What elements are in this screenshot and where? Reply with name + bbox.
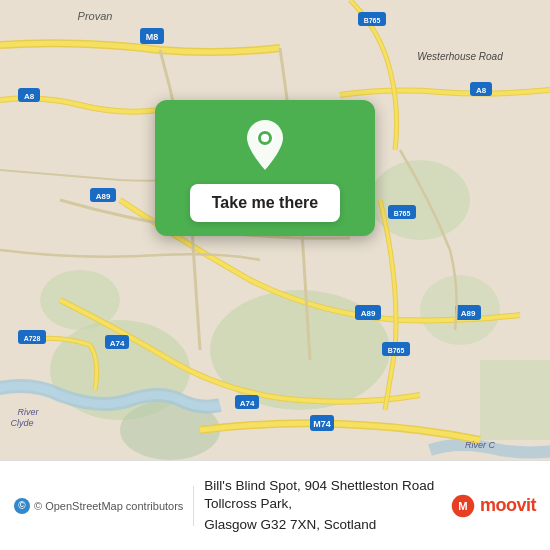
svg-text:B765: B765 xyxy=(388,347,405,354)
osm-icon: © xyxy=(14,498,30,514)
svg-text:A8: A8 xyxy=(476,86,487,95)
map-area: M8 M74 A8 A8 A89 A89 xyxy=(0,0,550,460)
svg-text:M: M xyxy=(458,500,467,512)
svg-text:A728: A728 xyxy=(24,335,41,342)
svg-text:A74: A74 xyxy=(110,339,125,348)
svg-text:Westerhouse Road: Westerhouse Road xyxy=(417,51,503,62)
svg-text:A89: A89 xyxy=(96,192,111,201)
svg-text:M8: M8 xyxy=(146,32,159,42)
moovit-logo: M moovit xyxy=(450,493,536,519)
address-block: Bill's Blind Spot, 904 Shettleston Road … xyxy=(204,477,440,534)
svg-text:B765: B765 xyxy=(394,210,411,217)
svg-text:River: River xyxy=(17,407,39,417)
moovit-text: moovit xyxy=(480,495,536,516)
app-container: M8 M74 A8 A8 A89 A89 xyxy=(0,0,550,550)
svg-text:A89: A89 xyxy=(461,309,476,318)
location-pin-icon xyxy=(243,118,287,172)
svg-text:River C: River C xyxy=(465,440,496,450)
osm-text: © OpenStreetMap contributors xyxy=(34,500,183,512)
svg-text:B765: B765 xyxy=(364,17,381,24)
info-bar: © © OpenStreetMap contributors Bill's Bl… xyxy=(0,460,550,550)
svg-text:M74: M74 xyxy=(313,419,331,429)
svg-point-41 xyxy=(261,134,269,142)
address-line2: Glasgow G32 7XN, Scotland xyxy=(204,516,440,534)
address-line1: Bill's Blind Spot, 904 Shettleston Road … xyxy=(204,477,440,513)
svg-text:A74: A74 xyxy=(240,399,255,408)
moovit-brand-icon: M xyxy=(450,493,476,519)
svg-text:A89: A89 xyxy=(361,309,376,318)
svg-text:A8: A8 xyxy=(24,92,35,101)
svg-text:Clyde: Clyde xyxy=(10,418,33,428)
osm-credit: © © OpenStreetMap contributors xyxy=(14,498,183,514)
svg-rect-7 xyxy=(480,360,550,440)
svg-text:Provan: Provan xyxy=(78,10,113,22)
svg-point-2 xyxy=(40,270,120,330)
location-card: Take me there xyxy=(155,100,375,236)
take-me-there-button[interactable]: Take me there xyxy=(190,184,340,222)
